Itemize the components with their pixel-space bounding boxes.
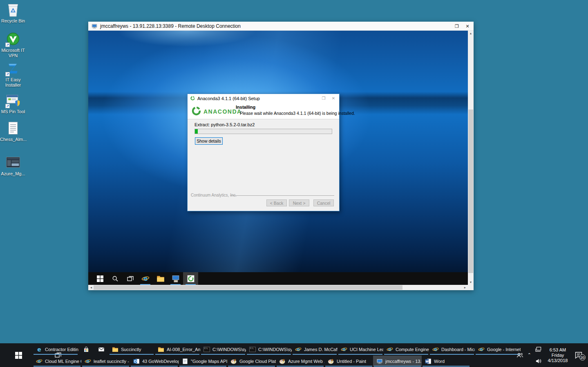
- taskbar-mail-button[interactable]: [94, 344, 109, 355]
- people-icon[interactable]: [516, 352, 523, 359]
- close-button[interactable]: ✕: [461, 22, 474, 31]
- anaconda-setup-dialog: Anaconda3 4.1.1 (64-bit) Setup ❐ ✕ ANACO…: [187, 94, 340, 211]
- show-details-button[interactable]: Show details: [195, 137, 223, 145]
- install-progress-fill: [195, 129, 198, 134]
- desktop-icon-label: IT Easy Installer: [0, 77, 26, 88]
- taskbar-word[interactable]: WWord: [422, 356, 470, 367]
- svg-text:e: e: [297, 346, 300, 352]
- remote-server-manager-button[interactable]: [168, 272, 183, 285]
- extract-status-text: Extract: python-3.5.2-0.tar.bz2: [195, 122, 255, 127]
- taskbar-item-label: jmccaffreyws - 13.9...: [385, 359, 422, 364]
- it-easy-icon: ↗: [6, 61, 20, 76]
- svg-text:W: W: [425, 360, 429, 363]
- rdp-connection-icon: [91, 23, 98, 29]
- search-icon: [112, 275, 118, 282]
- remote-task-view-button[interactable]: [123, 272, 138, 285]
- taskbar-ie-google[interactable]: eGoogle - Internet...: [475, 344, 521, 355]
- taskbar-cmd-window-1[interactable]: C:\C:\WINDOWS\sy...: [200, 344, 246, 355]
- dialog-close-button[interactable]: ✕: [328, 94, 339, 103]
- cancel-button[interactable]: Cancel: [313, 199, 334, 206]
- clock-date: 4/13/2018: [548, 358, 568, 363]
- taskbar-ie-cloud-ml-engine[interactable]: eCloud ML Engine O...: [33, 356, 81, 367]
- desktop-icon-ms-pin-tool[interactable]: ↗MS Pin Tool: [0, 93, 26, 114]
- tray-overflow-chevron-icon[interactable]: ⌃: [528, 352, 531, 358]
- rdp-titlebar[interactable]: jmccaffreyws - 13.91.228.13:3389 - Remot…: [88, 22, 474, 31]
- folder-icon: [158, 346, 164, 353]
- task-view-icon: [127, 275, 134, 282]
- next-button[interactable]: Next >: [289, 199, 309, 206]
- ie-icon: e: [387, 346, 393, 353]
- host-taskbar: eContractor Editin...SuccinctlyAI-008_Er…: [0, 343, 588, 367]
- taskbar-clock[interactable]: 6:53 AM Friday 4/13/2018: [546, 347, 570, 363]
- taskbar-edge-contractor-edition[interactable]: eContractor Editin...: [33, 344, 78, 355]
- taskbar-rdp-jmccaffreyws[interactable]: jmccaffreyws - 13.9...: [373, 356, 422, 367]
- taskbar-row-1: eContractor Editin...SuccinctlyAI-008_Er…: [33, 344, 521, 355]
- desktop-icon-azure-image[interactable]: Azure_Mg...: [0, 155, 26, 177]
- taskbar-item-label: C:\WINDOWS\sy...: [258, 347, 292, 352]
- remote-anaconda-setup-button[interactable]: [183, 272, 198, 285]
- horizontal-scrollbar-thumb[interactable]: [94, 285, 402, 290]
- start-button[interactable]: [11, 343, 26, 367]
- taskbar-item-label: C:\WINDOWS\sy...: [212, 347, 246, 352]
- action-center-button[interactable]: 20: [575, 351, 583, 359]
- taskbar-folder-succinctly[interactable]: Succinctly: [109, 344, 154, 355]
- desktop-icon-recycle-bin[interactable]: Recycle Bin: [0, 2, 26, 24]
- desktop-icon-it-easy-installer[interactable]: ↗IT Easy Installer: [0, 61, 26, 88]
- pin-tool-icon: ↗: [6, 93, 20, 108]
- rdp-body: Anaconda3 4.1.1 (64-bit) Setup ❐ ✕ ANACO…: [88, 31, 474, 290]
- taskbar-folder-ai-008-error[interactable]: AI-008_Error_And...: [154, 344, 200, 355]
- notification-count-badge: 20: [579, 354, 586, 360]
- taskbar-paint-azure-mgmt-web[interactable]: Azure Mgmt Web ...: [276, 356, 324, 367]
- svg-text:C:\: C:\: [250, 347, 254, 349]
- remote-start-button[interactable]: [92, 272, 107, 285]
- taskbar-item-label: "Google Maps API ...: [191, 359, 227, 364]
- ie-icon: e: [141, 275, 150, 283]
- taskbar-paint-google-cloud-platform[interactable]: Google Cloud Plat...: [227, 356, 276, 367]
- install-subheading: Please wait while Anaconda3 4.1.1 (64-bi…: [240, 111, 355, 116]
- taskbar-item-label: Azure Mgmt Web ...: [288, 359, 324, 364]
- remote-internet-explorer-button[interactable]: e: [138, 272, 153, 285]
- taskbar-ie-compute-engine[interactable]: eCompute Engine ...: [383, 344, 429, 355]
- taskbar-ie-dashboard[interactable]: eDashboard - Micr...: [429, 344, 475, 355]
- rdp-window-title: jmccaffreyws - 13.91.228.13:3389 - Remot…: [100, 23, 241, 29]
- footer-divider: [230, 195, 334, 196]
- dialog-titlebar[interactable]: Anaconda3 4.1.1 (64-bit) Setup ❐ ✕: [188, 94, 339, 103]
- svg-text:e: e: [480, 346, 483, 352]
- taskbar-item-label: James D. McCaffr...: [304, 347, 338, 352]
- taskbar-notepad-google-maps-api[interactable]: "Google Maps API ...: [179, 356, 227, 367]
- scroll-down-arrow-icon[interactable]: ▼: [468, 280, 474, 285]
- outlook-icon: [133, 358, 140, 365]
- taskbar-item-label: Untitled - Paint: [337, 359, 366, 364]
- ie-icon: e: [341, 346, 347, 353]
- ie-icon: e: [432, 346, 439, 353]
- svg-text:C:\: C:\: [204, 347, 208, 349]
- back-button[interactable]: < Back: [266, 199, 287, 206]
- system-tray: ⌃ 6:53 AM Friday 4/13/2018 20: [514, 343, 587, 367]
- remote-search-button[interactable]: [107, 272, 123, 285]
- desktop-icon-chess-document[interactable]: Chess_Alm...: [0, 121, 26, 142]
- taskbar-ie-leaflet-succinctly[interactable]: eleaflet succinctly - ...: [81, 356, 130, 367]
- speaker-icon[interactable]: [535, 358, 541, 364]
- taskbar-ie-james-mccaffrey[interactable]: eJames D. McCaffr...: [292, 344, 338, 355]
- vertical-scrollbar[interactable]: [468, 31, 474, 285]
- taskbar-cmd-window-2[interactable]: C:\C:\WINDOWS\sy...: [246, 344, 292, 355]
- rdp-icon: [376, 358, 383, 365]
- horizontal-scrollbar[interactable]: [88, 285, 468, 290]
- svg-text:e: e: [86, 358, 90, 364]
- install-progress-bar: [195, 129, 332, 134]
- scroll-right-arrow-icon[interactable]: ►: [462, 285, 468, 290]
- taskbar-item-label: Dashboard - Micr...: [441, 347, 475, 352]
- edge-icon: e: [36, 346, 42, 353]
- remote-file-explorer-button[interactable]: [153, 272, 168, 285]
- scroll-up-arrow-icon[interactable]: ▲: [468, 31, 474, 36]
- taskbar-ie-uci-machine-learning[interactable]: eUCI Machine Lea...: [338, 344, 383, 355]
- taskbar-outlook-gowebdevelop[interactable]: 43 GoWebDevelop...: [130, 356, 179, 367]
- vertical-scrollbar-thumb[interactable]: [468, 110, 473, 273]
- taskbar-paint-untitled[interactable]: Untitled - Paint: [324, 356, 373, 367]
- ie-icon: e: [295, 346, 302, 353]
- desktop-icon-microsoft-it-vpn[interactable]: ↗Microsoft IT VPN: [0, 32, 26, 58]
- network-icon[interactable]: [535, 346, 541, 352]
- taskbar-store-button[interactable]: [78, 344, 94, 355]
- scroll-left-arrow-icon[interactable]: ◄: [88, 285, 94, 290]
- taskbar-item-label: UCI Machine Lea...: [350, 347, 383, 352]
